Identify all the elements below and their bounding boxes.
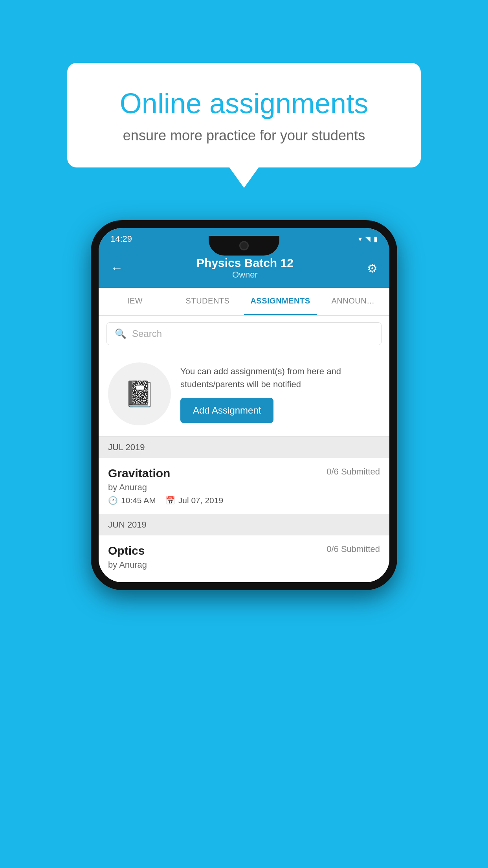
notebook-icon: 📓 <box>124 379 155 409</box>
search-input[interactable]: Search <box>132 328 162 339</box>
speech-bubble: Online assignments ensure more practice … <box>67 63 421 167</box>
calendar-icon: 📅 <box>165 496 175 505</box>
back-button[interactable]: ← <box>110 261 123 276</box>
phone-notch <box>209 236 279 256</box>
tab-iew[interactable]: IEW <box>99 288 171 315</box>
tab-students[interactable]: STUDENTS <box>171 288 244 315</box>
assignment-name: Gravitation <box>108 467 170 480</box>
assignment-icon-wrap: 📓 <box>108 362 171 425</box>
assignment-item-optics[interactable]: Optics 0/6 Submitted by Anurag <box>99 535 389 582</box>
optics-row-1: Optics 0/6 Submitted <box>108 544 380 557</box>
tabs-bar: IEW STUDENTS ASSIGNMENTS ANNOUN… <box>99 288 389 316</box>
header-title: Physics Batch 12 <box>123 256 367 270</box>
search-icon: 🔍 <box>115 328 127 339</box>
promo-content: You can add assignment(s) from here and … <box>180 365 380 423</box>
assignment-submitted: 0/6 Submitted <box>327 467 380 477</box>
assignment-item-gravitation[interactable]: Gravitation 0/6 Submitted by Anurag 🕐 10… <box>99 458 389 514</box>
promo-text: You can add assignment(s) from here and … <box>180 365 380 391</box>
optics-submitted: 0/6 Submitted <box>327 544 380 554</box>
speech-bubble-wrapper: Online assignments ensure more practice … <box>67 63 421 167</box>
clock-icon: 🕐 <box>108 496 118 505</box>
app-header: ← Physics Batch 12 Owner ⚙ <box>99 250 389 288</box>
status-icons: ▾ ◥ ▮ <box>358 235 378 243</box>
phone-frame: 14:29 ▾ ◥ ▮ ← Physics Batch 12 Owner ⚙ I… <box>91 220 397 590</box>
assignment-meta: 🕐 10:45 AM 📅 Jul 07, 2019 <box>108 496 380 505</box>
search-bar[interactable]: 🔍 Search <box>106 322 382 345</box>
speech-bubble-title: Online assignments <box>99 86 389 120</box>
section-header-jun: JUN 2019 <box>99 514 389 535</box>
camera-icon <box>239 241 249 250</box>
phone-wrapper: 14:29 ▾ ◥ ▮ ← Physics Batch 12 Owner ⚙ I… <box>91 220 397 590</box>
speech-bubble-subtitle: ensure more practice for your students <box>99 127 389 144</box>
meta-date: 📅 Jul 07, 2019 <box>165 496 223 505</box>
add-assignment-button[interactable]: Add Assignment <box>180 398 273 423</box>
battery-icon: ▮ <box>374 235 378 243</box>
phone-screen: 14:29 ▾ ◥ ▮ ← Physics Batch 12 Owner ⚙ I… <box>99 228 389 582</box>
tab-announcements[interactable]: ANNOUN… <box>317 288 389 315</box>
assignment-row-1: Gravitation 0/6 Submitted <box>108 467 380 480</box>
search-container: 🔍 Search <box>99 316 389 351</box>
status-time: 14:29 <box>110 234 132 244</box>
section-header-jul: JUL 2019 <box>99 437 389 458</box>
header-center: Physics Batch 12 Owner <box>123 256 367 280</box>
assignment-date: Jul 07, 2019 <box>178 496 223 505</box>
optics-name: Optics <box>108 544 145 557</box>
promo-block: 📓 You can add assignment(s) from here an… <box>99 351 389 437</box>
signal-icon: ◥ <box>365 235 371 243</box>
assignment-time: 10:45 AM <box>121 496 156 505</box>
header-subtitle: Owner <box>123 270 367 280</box>
wifi-icon: ▾ <box>358 235 362 243</box>
assignment-by: by Anurag <box>108 482 380 493</box>
tab-assignments[interactable]: ASSIGNMENTS <box>244 288 317 315</box>
settings-icon[interactable]: ⚙ <box>367 261 378 275</box>
meta-time: 🕐 10:45 AM <box>108 496 156 505</box>
optics-by: by Anurag <box>108 560 380 570</box>
